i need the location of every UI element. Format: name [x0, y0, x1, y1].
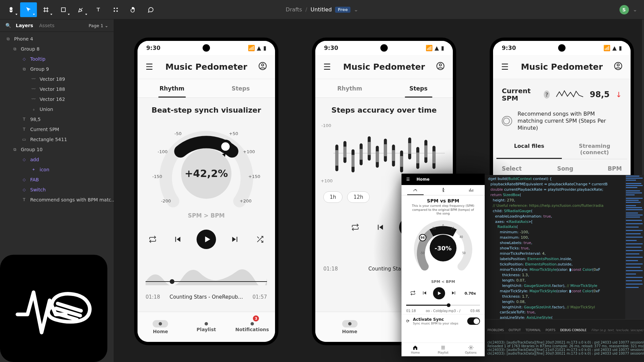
chip-12h[interactable]: 12h — [347, 191, 370, 203]
plan-badge[interactable]: Free — [335, 7, 351, 13]
nav-home[interactable]: Home — [138, 312, 183, 342]
play-button[interactable] — [433, 287, 445, 299]
menu-icon[interactable]: ☰ — [501, 62, 508, 72]
nav-playlist[interactable]: Playlist — [183, 312, 229, 342]
layer-item[interactable]: ⧉Group 10 — [0, 144, 114, 155]
tab-steps[interactable]: Steps — [384, 79, 453, 98]
seg-chart[interactable] — [457, 185, 485, 195]
layer-item[interactable]: ▭Rectangle 5411 — [0, 134, 114, 144]
profile-icon[interactable] — [436, 62, 445, 72]
prev-track-button[interactable] — [374, 222, 386, 233]
layer-item[interactable]: ⧉Group 9 — [0, 64, 114, 74]
nav-options[interactable]: Options — [457, 343, 485, 356]
profile-icon[interactable] — [258, 62, 267, 72]
code-minimap[interactable] — [625, 175, 644, 319]
layer-item[interactable]: ◇Tooltip — [0, 54, 114, 64]
play-button[interactable] — [197, 230, 216, 249]
svg-rect-64 — [626, 215, 643, 216]
chevron-down-icon[interactable]: ⌄ — [354, 6, 358, 13]
svg-rect-85 — [626, 284, 643, 285]
resources-tool[interactable] — [107, 2, 124, 17]
svg-rect-73 — [626, 243, 643, 244]
move-tool[interactable] — [20, 2, 37, 17]
pen-tool[interactable] — [72, 2, 89, 17]
svg-rect-86 — [626, 287, 639, 288]
design-canvas[interactable]: 9:30📶▲▮ ☰ Music Pedometer Rhythm Steps B… — [114, 19, 644, 362]
svg-rect-81 — [626, 270, 643, 271]
nav-home[interactable]: Home — [401, 343, 429, 356]
next-track-button[interactable] — [229, 234, 241, 245]
seek-bar[interactable] — [146, 281, 267, 282]
svg-text:20: 20 — [451, 227, 454, 230]
seg-gauge[interactable] — [401, 185, 429, 195]
text-tool[interactable] — [90, 2, 107, 17]
repeat-button[interactable] — [147, 234, 158, 245]
app-bar: ☰ Music Pedometer — [138, 55, 275, 79]
phone-frame-rhythm[interactable]: 9:30📶▲▮ ☰ Music Pedometer Rhythm Steps B… — [134, 38, 278, 345]
camera-dot-icon — [203, 44, 210, 52]
layer-item[interactable]: ◇Switch — [0, 185, 114, 195]
shuffle-button[interactable] — [254, 234, 266, 245]
chip-1h[interactable]: 1h — [323, 191, 342, 203]
layer-item[interactable]: ⬨Union — [0, 104, 114, 114]
layer-type-icon: T — [21, 197, 27, 202]
tab-streaming[interactable]: Streaming (connect) — [562, 139, 627, 159]
comment-tool[interactable] — [142, 2, 159, 17]
layer-item[interactable]: TRecommend songs with BPM matc... — [0, 195, 114, 205]
debug-console[interactable]: PROBLEMS OUTPUT TERMINAL PORTS DEBUG CON… — [485, 319, 644, 362]
playback-speed[interactable]: 0.70x — [465, 291, 476, 296]
prev-track-button[interactable] — [422, 290, 427, 297]
seek-bar[interactable] — [406, 305, 480, 306]
layer-item[interactable]: ◇add — [0, 155, 114, 165]
repeat-button[interactable] — [350, 222, 361, 233]
seg-walk[interactable] — [429, 185, 457, 195]
svg-rect-82 — [626, 274, 636, 275]
menu-icon[interactable]: ☰ — [323, 62, 331, 72]
page-selector[interactable]: Page 1 ⌄ — [89, 23, 108, 28]
file-name[interactable]: Untitled — [311, 6, 332, 13]
layer-item[interactable]: 〰Vector 188 — [0, 84, 114, 94]
tab-layers[interactable]: Layers — [16, 23, 33, 28]
nav-home[interactable]: Home — [315, 312, 384, 342]
menu-icon[interactable]: ☰ — [406, 177, 410, 182]
main-menu-button[interactable] — [3, 2, 19, 17]
layer-item[interactable]: ✦icon — [0, 165, 114, 175]
frame-tool[interactable] — [38, 2, 54, 17]
waveform[interactable] — [146, 261, 267, 285]
nav-playlist[interactable]: Playlist — [429, 343, 457, 356]
recommend-switch[interactable] — [502, 116, 512, 126]
profile-icon[interactable] — [614, 62, 623, 72]
svg-point-9 — [439, 64, 442, 66]
layer-item[interactable]: T98,5 — [0, 114, 114, 124]
menu-icon[interactable]: ☰ — [146, 62, 153, 72]
tab-assets[interactable]: Assets — [39, 23, 55, 28]
layer-item[interactable]: 〰Vector 189 — [0, 74, 114, 84]
hand-tool[interactable] — [125, 2, 142, 17]
layer-type-icon: ◇ — [21, 177, 27, 182]
help-icon[interactable]: ? — [544, 90, 550, 99]
search-icon[interactable]: 🔍 — [5, 23, 11, 28]
prev-track-button[interactable] — [172, 234, 183, 245]
tab-steps[interactable]: Steps — [206, 79, 275, 98]
nav-notifications[interactable]: 3Notifications — [229, 312, 275, 342]
layer-item[interactable]: TCurrent SPM — [0, 124, 114, 134]
layer-item[interactable]: ⧉Phone 4 — [0, 34, 114, 44]
folder-name[interactable]: Drafts — [286, 6, 302, 13]
layer-item[interactable]: 〰Vector 162 — [0, 94, 114, 104]
repeat-button[interactable] — [410, 290, 416, 297]
tab-rhythm[interactable]: Rhythm — [315, 79, 384, 98]
seek-handle[interactable] — [447, 303, 450, 307]
user-avatar[interactable]: S — [620, 5, 629, 14]
layer-item[interactable]: ⧉Group 8 — [0, 44, 114, 54]
chevron-down-icon[interactable]: ⌄ — [633, 6, 637, 13]
app-title: Music Pedometer — [165, 62, 247, 72]
code-editor[interactable]: dget build(BuildContext context) { playb… — [485, 175, 629, 319]
tab-local-files[interactable]: Local files — [496, 139, 562, 159]
next-track-button[interactable] — [451, 290, 457, 297]
layer-item[interactable]: ◇FAB — [0, 175, 114, 185]
track-name: Counting Stars - OneRepub… — [169, 294, 243, 300]
sync-switch[interactable] — [467, 317, 480, 325]
console-filter[interactable]: Filter (e.g. text, !exclude, \escape) — [591, 328, 643, 332]
shape-tool[interactable] — [55, 2, 72, 17]
tab-rhythm[interactable]: Rhythm — [138, 79, 206, 98]
